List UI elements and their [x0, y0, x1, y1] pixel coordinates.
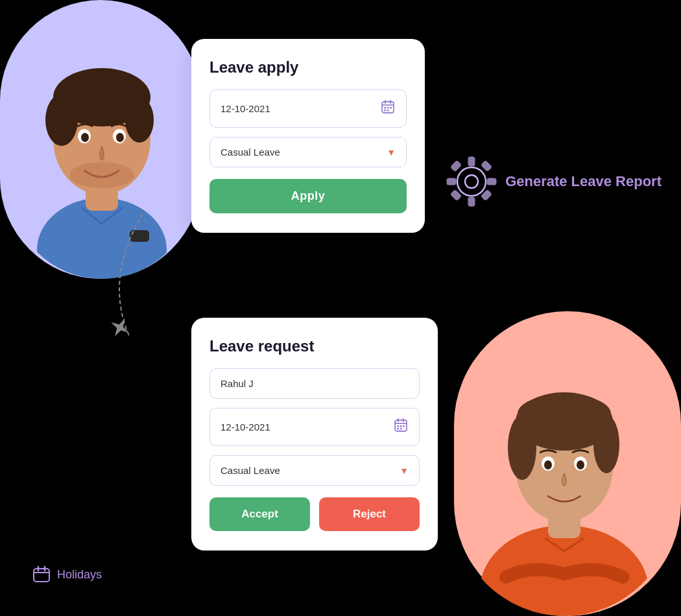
svg-rect-42: [482, 161, 491, 171]
svg-rect-49: [397, 425, 399, 427]
svg-point-35: [457, 167, 486, 196]
request-date-field[interactable]: 12-10-2021: [209, 408, 420, 446]
svg-rect-38: [469, 198, 474, 206]
svg-point-5: [45, 94, 78, 146]
date-value: 12-10-2021: [221, 103, 380, 114]
svg-point-6: [125, 97, 154, 143]
svg-rect-54: [34, 569, 49, 582]
holidays-label: Holidays: [57, 568, 102, 582]
svg-rect-44: [482, 191, 491, 200]
leave-type-value: Casual Leave: [221, 147, 280, 158]
accept-button[interactable]: Accept: [209, 497, 310, 531]
holidays-section[interactable]: Holidays: [32, 565, 102, 584]
gear-icon: [446, 156, 497, 207]
svg-point-36: [465, 175, 478, 188]
svg-rect-40: [488, 179, 496, 184]
generate-report-label: Generate Leave Report: [505, 173, 662, 190]
svg-point-20: [518, 394, 611, 433]
svg-rect-32: [390, 107, 392, 109]
svg-rect-51: [403, 425, 405, 427]
leave-apply-card: Leave apply 12-10-2021 Casual Leave ▼ Ap…: [191, 39, 425, 233]
svg-rect-34: [387, 110, 389, 112]
svg-rect-31: [387, 107, 389, 109]
date-input-field[interactable]: 12-10-2021: [209, 89, 407, 128]
svg-rect-39: [448, 179, 455, 184]
calendar-icon: [380, 99, 396, 118]
svg-rect-37: [469, 158, 474, 165]
leave-type-dropdown[interactable]: Casual Leave ▼: [209, 137, 407, 167]
request-calendar-icon: [393, 418, 409, 436]
svg-rect-53: [400, 428, 402, 430]
apply-button[interactable]: Apply: [209, 179, 407, 213]
svg-point-24: [577, 460, 584, 469]
request-date-value: 12-10-2021: [221, 421, 393, 432]
svg-rect-52: [397, 428, 399, 430]
request-leave-type-dropdown[interactable]: Casual Leave ▼: [209, 455, 420, 486]
request-dropdown-arrow-icon: ▼: [400, 466, 409, 476]
leave-request-title: Leave request: [209, 337, 420, 355]
holidays-calendar-icon: [32, 565, 51, 584]
generate-report-section[interactable]: Generate Leave Report: [446, 156, 662, 207]
employee-name-value: Rahul J: [221, 378, 409, 389]
woman-avatar: [454, 318, 675, 616]
request-leave-type-value: Casual Leave: [221, 465, 280, 476]
svg-point-9: [81, 133, 89, 142]
curved-connector: [91, 207, 169, 350]
dropdown-arrow-icon: ▼: [387, 147, 396, 158]
svg-rect-33: [384, 110, 386, 112]
employee-name-field[interactable]: Rahul J: [209, 368, 420, 399]
reject-button[interactable]: Reject: [319, 497, 420, 531]
action-buttons: Accept Reject: [209, 497, 420, 531]
svg-marker-25: [108, 315, 132, 340]
leave-request-card: Leave request Rahul J 12-10-2021 Casual …: [191, 318, 438, 551]
svg-rect-50: [400, 425, 402, 427]
svg-point-11: [69, 162, 134, 188]
svg-point-10: [116, 133, 124, 142]
leave-apply-title: Leave apply: [209, 58, 407, 77]
svg-rect-30: [384, 107, 386, 109]
svg-point-23: [544, 460, 552, 469]
